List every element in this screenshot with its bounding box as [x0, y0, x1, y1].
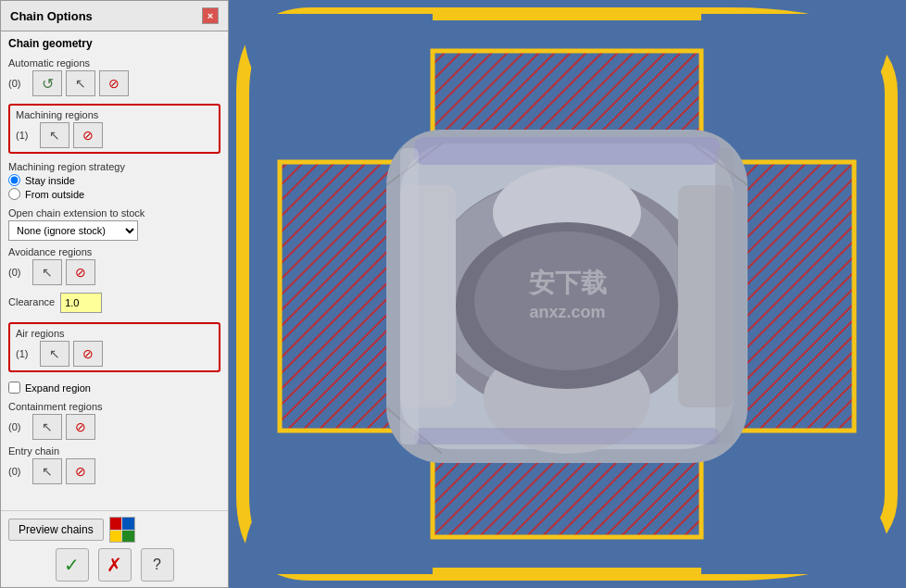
close-button[interactable]: × — [202, 7, 219, 24]
open-chain-label: Open chain extension to stock — [8, 207, 220, 219]
containment-count: (0) — [8, 421, 29, 432]
entry-remove-icon: ⊘ — [75, 464, 86, 479]
machining-regions-controls: (1) ↖ ⊘ — [16, 122, 213, 148]
svg-rect-22 — [715, 148, 734, 444]
avoidance-remove-btn[interactable]: ⊘ — [66, 259, 95, 285]
expand-region-checkbox[interactable] — [8, 382, 20, 394]
avoidance-regions-section: Avoidance regions (0) ↖ ⊘ — [8, 246, 220, 285]
from-outside-radio[interactable] — [8, 188, 20, 200]
svg-rect-20 — [414, 428, 720, 444]
avoidance-remove-icon: ⊘ — [75, 265, 86, 280]
from-outside-option[interactable]: From outside — [8, 188, 220, 200]
expand-region-label: Expand region — [25, 382, 91, 394]
auto-refresh-btn[interactable]: ↺ — [32, 70, 62, 96]
bottom-section: Preview chains ✓ ✗ ? — [1, 510, 228, 587]
avoidance-count: (0) — [8, 267, 29, 278]
select-icon: ↖ — [75, 76, 86, 91]
viewport: 安下载 anxz.com — [229, 0, 906, 588]
color-cell-blue — [122, 518, 134, 530]
avoidance-controls: (0) ↖ ⊘ — [8, 259, 220, 285]
entry-chain-label: Entry chain — [8, 445, 220, 457]
auto-select-btn[interactable]: ↖ — [66, 70, 95, 96]
viz-container: 安下载 anxz.com — [229, 0, 906, 588]
containment-select-btn[interactable]: ↖ — [32, 414, 62, 440]
avoidance-regions-label: Avoidance regions — [8, 246, 220, 257]
air-remove-icon: ⊘ — [82, 346, 94, 361]
refresh-icon: ↺ — [42, 75, 54, 93]
air-cursor-icon: ↖ — [49, 346, 60, 361]
help-button[interactable]: ? — [141, 548, 174, 582]
machining-cursor-icon: ↖ — [49, 128, 60, 143]
machining-remove-btn[interactable]: ⊘ — [73, 122, 103, 148]
preview-row: Preview chains — [8, 517, 220, 543]
automatic-regions-controls: (0) ↺ ↖ ⊘ — [8, 70, 220, 96]
cancel-button[interactable]: ✗ — [98, 548, 132, 582]
machining-regions-label: Machining regions — [16, 109, 213, 120]
color-cell-green — [122, 531, 134, 543]
auto-count: (0) — [8, 78, 29, 89]
containment-regions-label: Containment regions — [8, 401, 220, 412]
entry-select-btn[interactable]: ↖ — [32, 458, 62, 484]
machining-regions-section: Machining regions (1) ↖ ⊘ — [8, 104, 220, 154]
machining-strategy-section: Machining region strategy Stay inside Fr… — [8, 161, 220, 202]
entry-cursor-icon: ↖ — [42, 464, 53, 479]
expand-region-checkbox-row[interactable]: Expand region — [8, 382, 220, 394]
title-bar: Chain Options × — [1, 1, 228, 31]
open-chain-section: Open chain extension to stock None (igno… — [8, 207, 220, 241]
remove-icon: ⊘ — [108, 76, 120, 91]
color-cell-yellow — [110, 531, 122, 543]
color-cell-red — [110, 518, 122, 530]
panel-content: Chain geometry Automatic regions (0) ↺ ↖… — [1, 31, 228, 510]
air-regions-controls: (1) ↖ ⊘ — [16, 341, 213, 367]
automatic-regions-section: Automatic regions (0) ↺ ↖ ⊘ — [8, 57, 220, 96]
open-chain-select[interactable]: None (ignore stock) Extend to stock Trim… — [8, 220, 138, 241]
clearance-section: Clearance — [8, 293, 220, 313]
avoidance-cursor-icon: ↖ — [42, 265, 53, 280]
clearance-label: Clearance — [8, 296, 55, 307]
stay-inside-label: Stay inside — [25, 175, 75, 186]
action-row: ✓ ✗ ? — [8, 548, 220, 582]
avoidance-select-btn[interactable]: ↖ — [32, 259, 62, 285]
air-regions-section: Air regions (1) ↖ ⊘ — [8, 322, 220, 372]
containment-regions-section: Containment regions (0) ↖ ⊘ — [8, 401, 220, 440]
preview-chains-button[interactable]: Preview chains — [8, 519, 104, 541]
air-select-btn[interactable]: ↖ — [40, 341, 69, 367]
strategy-radio-group: Stay inside From outside — [8, 174, 220, 200]
entry-count: (0) — [8, 466, 29, 477]
from-outside-label: From outside — [25, 189, 84, 200]
entry-chain-controls: (0) ↖ ⊘ — [8, 458, 220, 484]
part-visualization — [229, 0, 906, 588]
entry-chain-section: Entry chain (0) ↖ ⊘ — [8, 445, 220, 484]
svg-rect-19 — [414, 137, 720, 165]
chain-options-panel: Chain Options × Chain geometry Automatic… — [0, 0, 229, 588]
svg-point-15 — [474, 231, 660, 370]
svg-rect-21 — [400, 148, 419, 444]
machining-count: (1) — [16, 130, 36, 141]
machining-remove-icon: ⊘ — [82, 128, 94, 143]
air-regions-label: Air regions — [16, 328, 213, 339]
automatic-regions-label: Automatic regions — [8, 57, 220, 69]
containment-controls: (0) ↖ ⊘ — [8, 414, 220, 440]
containment-remove-btn[interactable]: ⊘ — [66, 414, 95, 440]
dialog-title: Chain Options — [10, 9, 93, 23]
clearance-input[interactable] — [60, 293, 102, 313]
auto-remove-btn[interactable]: ⊘ — [99, 70, 129, 96]
ok-button[interactable]: ✓ — [56, 548, 89, 582]
color-grid-button[interactable] — [109, 517, 135, 543]
containment-cursor-icon: ↖ — [42, 419, 53, 434]
stay-inside-option[interactable]: Stay inside — [8, 174, 220, 186]
containment-remove-icon: ⊘ — [75, 419, 86, 434]
air-remove-btn[interactable]: ⊘ — [73, 341, 103, 367]
machining-select-btn[interactable]: ↖ — [40, 122, 69, 148]
machining-strategy-label: Machining region strategy — [8, 161, 220, 172]
stay-inside-radio[interactable] — [8, 174, 20, 186]
open-chain-dropdown-row: None (ignore stock) Extend to stock Trim… — [8, 220, 220, 241]
air-count: (1) — [16, 348, 36, 359]
entry-remove-btn[interactable]: ⊘ — [66, 458, 95, 484]
chain-geometry-label: Chain geometry — [8, 37, 220, 50]
